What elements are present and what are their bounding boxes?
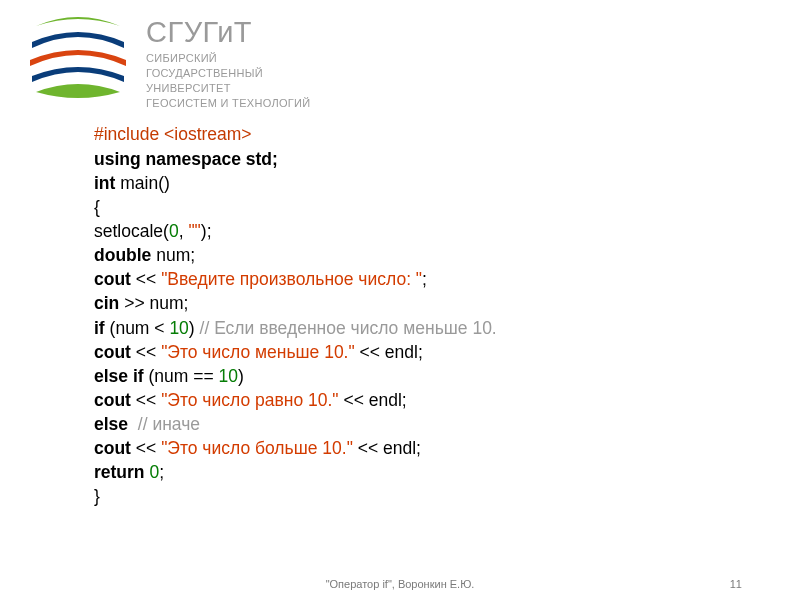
footer-text: "Оператор if", Воронкин Е.Ю. (326, 578, 475, 590)
code-line: using namespace std; (94, 147, 780, 171)
code-line: { (94, 195, 780, 219)
university-logo (28, 12, 128, 102)
code-line: cout << "Это число меньше 10." << endl; (94, 340, 780, 364)
slide-footer: "Оператор if", Воронкин Е.Ю. (0, 578, 800, 590)
code-line: cout << "Это число больше 10." << endl; (94, 436, 780, 460)
slide-header: СГУГиТ СИБИРСКИЙ ГОСУДАРСТВЕННЫЙ УНИВЕРС… (0, 0, 800, 118)
university-name: СГУГиТ (146, 16, 310, 49)
code-line: cout << "Введите произвольное число: "; (94, 267, 780, 291)
code-line: int main() (94, 171, 780, 195)
code-line: if (num < 10) // Если введенное число ме… (94, 316, 780, 340)
university-subtitle: СИБИРСКИЙ ГОСУДАРСТВЕННЫЙ УНИВЕРСИТЕТ ГЕ… (146, 51, 310, 110)
code-line: double num; (94, 243, 780, 267)
code-line: } (94, 484, 780, 508)
code-line: return 0; (94, 460, 780, 484)
code-line: else if (num == 10) (94, 364, 780, 388)
code-block: #include <iostream> using namespace std;… (0, 118, 800, 508)
page-number: 11 (730, 578, 742, 590)
code-line: cin >> num; (94, 291, 780, 315)
code-line: else // иначе (94, 412, 780, 436)
code-line: #include <iostream> (94, 122, 780, 146)
code-line: setlocale(0, ""); (94, 219, 780, 243)
university-title-block: СГУГиТ СИБИРСКИЙ ГОСУДАРСТВЕННЫЙ УНИВЕРС… (146, 12, 310, 110)
code-line: cout << "Это число равно 10." << endl; (94, 388, 780, 412)
